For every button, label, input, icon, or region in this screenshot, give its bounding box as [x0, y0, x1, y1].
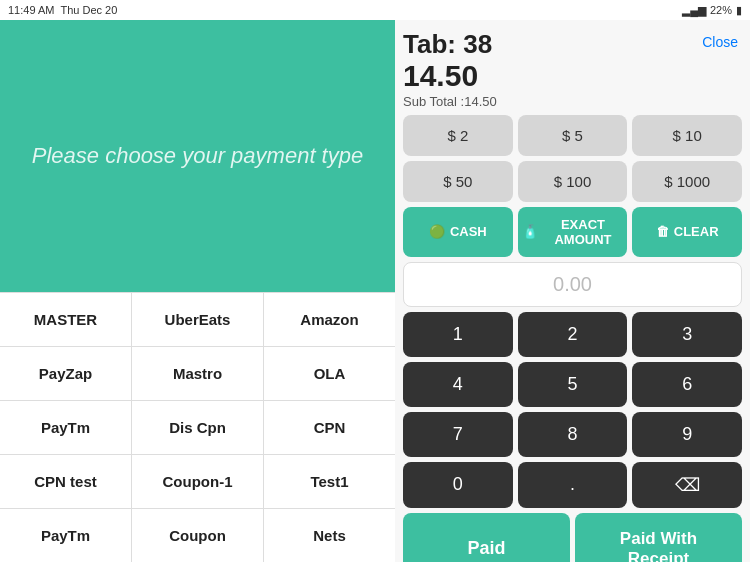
cash-label: CASH: [450, 224, 487, 239]
payment-method-amazon[interactable]: Amazon: [264, 293, 395, 346]
subtotal: Sub Total :14.50: [403, 94, 742, 109]
wifi-icon: ▂▄▆: [682, 4, 706, 17]
quick-amount-amt5[interactable]: $ 5: [518, 115, 628, 156]
close-button[interactable]: Close: [698, 30, 742, 54]
status-time: 11:49 AM: [8, 4, 54, 16]
tab-info: Tab: 38 14.50: [403, 30, 492, 92]
numpad-key-7[interactable]: 7: [403, 412, 513, 457]
main-container: Please choose your payment type MASTERUb…: [0, 20, 750, 562]
bottom-buttons: Paid Paid With Receipt: [403, 513, 742, 562]
payment-method-cpn[interactable]: CPN: [264, 401, 395, 454]
numpad-key-6[interactable]: 6: [632, 362, 742, 407]
numpad-key-9[interactable]: 9: [632, 412, 742, 457]
quick-amount-amt10[interactable]: $ 10: [632, 115, 742, 156]
tab-header: Tab: 38 14.50 Close: [403, 30, 742, 92]
left-panel: Please choose your payment type MASTERUb…: [0, 20, 395, 562]
quick-amount-amt1000[interactable]: $ 1000: [632, 161, 742, 202]
numpad-key-dot[interactable]: .: [518, 462, 628, 508]
status-bar: 11:49 AM Thu Dec 20 ▂▄▆ 22% ▮: [0, 0, 750, 20]
exact-label: EXACT AMOUNT: [543, 217, 624, 247]
exact-icon: 🧴: [522, 224, 538, 239]
tab-number: Tab: 38: [403, 30, 492, 59]
status-left: 11:49 AM Thu Dec 20: [8, 4, 117, 16]
payment-method-ubereats[interactable]: UberEats: [132, 293, 263, 346]
amount-display: 0.00: [403, 262, 742, 307]
payment-prompt-text: Please choose your payment type: [32, 143, 363, 169]
battery-icon: ▮: [736, 4, 742, 17]
payment-method-discpn[interactable]: Dis Cpn: [132, 401, 263, 454]
clear-label: CLEAR: [674, 224, 719, 239]
payment-method-coupon1[interactable]: Coupon-1: [132, 455, 263, 508]
payment-method-ola[interactable]: OLA: [264, 347, 395, 400]
cash-button[interactable]: 🟢 CASH: [403, 207, 513, 257]
numpad-key-backspace[interactable]: ⌫: [632, 462, 742, 508]
battery-percent: 22%: [710, 4, 732, 16]
payment-method-mastro[interactable]: Mastro: [132, 347, 263, 400]
numpad-key-1[interactable]: 1: [403, 312, 513, 357]
numpad-key-0[interactable]: 0: [403, 462, 513, 508]
payment-method-paytm[interactable]: PayTm: [0, 401, 131, 454]
tab-amount: 14.50: [403, 59, 492, 92]
payment-methods-grid: MASTERUberEatsAmazonPayZapMastroOLAPayTm…: [0, 292, 395, 562]
numpad: 1234567890.⌫: [403, 312, 742, 508]
numpad-key-2[interactable]: 2: [518, 312, 628, 357]
payment-method-cpntest[interactable]: CPN test: [0, 455, 131, 508]
status-date: Thu Dec 20: [60, 4, 117, 16]
payment-prompt-area: Please choose your payment type: [0, 20, 395, 292]
quick-amount-amt100[interactable]: $ 100: [518, 161, 628, 202]
clear-icon: 🗑: [656, 224, 669, 239]
numpad-key-3[interactable]: 3: [632, 312, 742, 357]
payment-method-test1[interactable]: Test1: [264, 455, 395, 508]
payment-method-paytm2[interactable]: PayTm: [0, 509, 131, 562]
quick-amount-amt2[interactable]: $ 2: [403, 115, 513, 156]
cash-icon: 🟢: [429, 224, 445, 239]
paid-with-receipt-button[interactable]: Paid With Receipt: [575, 513, 742, 562]
right-panel: Tab: 38 14.50 Close Sub Total :14.50 $ 2…: [395, 20, 750, 562]
numpad-key-8[interactable]: 8: [518, 412, 628, 457]
action-buttons: 🟢 CASH 🧴 EXACT AMOUNT 🗑 CLEAR: [403, 207, 742, 257]
payment-method-payzap[interactable]: PayZap: [0, 347, 131, 400]
quick-amount-amt50[interactable]: $ 50: [403, 161, 513, 202]
quick-amounts: $ 2$ 5$ 10$ 50$ 100$ 1000: [403, 115, 742, 202]
clear-button[interactable]: 🗑 CLEAR: [632, 207, 742, 257]
payment-method-coupon[interactable]: Coupon: [132, 509, 263, 562]
numpad-key-5[interactable]: 5: [518, 362, 628, 407]
paid-button[interactable]: Paid: [403, 513, 570, 562]
exact-amount-button[interactable]: 🧴 EXACT AMOUNT: [518, 207, 628, 257]
payment-method-master[interactable]: MASTER: [0, 293, 131, 346]
numpad-key-4[interactable]: 4: [403, 362, 513, 407]
status-right: ▂▄▆ 22% ▮: [682, 4, 742, 17]
payment-method-nets[interactable]: Nets: [264, 509, 395, 562]
